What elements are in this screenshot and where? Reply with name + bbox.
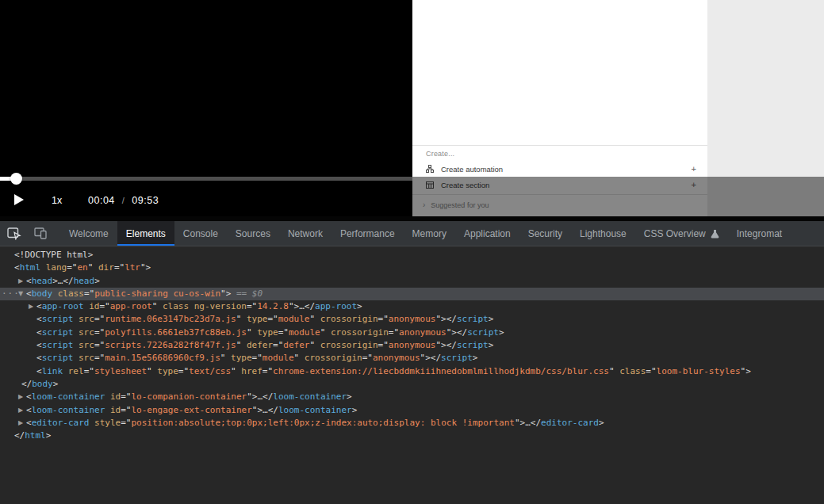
collapse-arrow-icon[interactable]: ▼ [16,288,25,300]
tab-label: Integromat [737,228,782,239]
video-progress-bar[interactable] [0,177,412,181]
dom-node-selected[interactable]: ···▼<body class="public-sharing cu-os-wi… [0,288,824,300]
dom-node[interactable]: ▶<app-root id="app-root" class ng-versio… [0,300,824,313]
tab-console[interactable]: Console [174,221,227,246]
tab-label: Console [183,228,218,239]
tab-welcome[interactable]: Welcome [60,221,117,246]
tab-label: Sources [236,228,270,239]
playback-speed-button[interactable]: 1x [52,195,62,206]
tab-network[interactable]: Network [279,221,332,246]
tab-label: Elements [126,228,166,239]
devtools-toolbar: WelcomeElementsConsoleSourcesNetworkPerf… [0,221,824,246]
current-time: 00:04 [88,195,115,206]
elements-dom-tree: <!DOCTYPE html><html lang="en" dir="ltr"… [0,246,824,504]
tab-label: Security [528,228,562,239]
expand-arrow-icon[interactable]: ▶ [16,275,25,288]
progress-thumb[interactable] [10,173,22,185]
progress-played [0,177,11,181]
menu-item-label: Create automation [441,165,503,174]
divider [412,145,707,146]
dom-node[interactable]: <html lang="en" dir="ltr"> [0,262,824,274]
dom-node[interactable]: ▶<head>…</head> [0,275,824,288]
devtools-panel: WelcomeElementsConsoleSourcesNetworkPerf… [0,216,824,504]
expand-arrow-icon[interactable]: ▶ [16,417,25,430]
video-time: 00:04/09:53 [88,195,159,206]
menu-item-create-automation[interactable]: Create automation+ [412,162,707,176]
dom-node[interactable]: <script src="main.15e56686960cf9.js" typ… [0,352,824,365]
tab-integromat[interactable]: Integromat [728,221,791,246]
tab-lighthouse[interactable]: Lighthouse [571,221,635,246]
tab-elements[interactable]: Elements [117,221,174,246]
create-header: Create... [426,150,454,158]
inspect-icon[interactable] [6,221,23,246]
tab-label: CSS Overview [644,228,706,239]
dom-node[interactable]: <script src="scripts.7226a282f8f47f.js" … [0,339,824,352]
duration: 09:53 [132,195,159,206]
play-icon[interactable] [14,194,24,205]
dom-node[interactable]: <!DOCTYPE html> [0,249,824,262]
dom-node[interactable]: ▶<loom-container id="lo-companion-contai… [0,391,824,403]
tab-performance[interactable]: Performance [332,221,404,246]
devtools-tabs: WelcomeElementsConsoleSourcesNetworkPerf… [60,221,791,246]
tab-memory[interactable]: Memory [404,221,455,246]
tab-label: Welcome [69,228,109,239]
dom-node[interactable]: </body> [0,378,824,391]
tab-sources[interactable]: Sources [227,221,279,246]
dom-node[interactable]: <script src="runtime.06e3147bc23d7a.js" … [0,313,824,326]
expand-arrow-icon[interactable]: ▶ [16,391,25,403]
time-separator: / [122,196,125,205]
tab-security[interactable]: Security [519,221,571,246]
dom-node[interactable]: ▶<loom-container id="lo-engage-ext-conta… [0,404,824,417]
tab-label: Memory [412,228,446,239]
device-toolbar-icon[interactable] [32,221,49,246]
tab-label: Network [288,228,323,239]
dom-node[interactable]: ▶<editor-card style="position:absolute;t… [0,417,824,430]
tab-label: Application [464,228,511,239]
dom-node[interactable]: <link rel="stylesheet" type="text/css" h… [0,365,824,378]
expand-arrow-icon[interactable]: ▶ [26,300,36,313]
tab-label: Lighthouse [580,228,627,239]
plus-icon[interactable]: + [692,164,696,174]
dom-node[interactable]: </html> [0,430,824,442]
automation-icon [426,165,434,173]
tab-application[interactable]: Application [455,221,519,246]
beaker-icon [711,229,719,239]
expand-arrow-icon[interactable]: ▶ [16,404,25,417]
video-player: Create... Create automation+Create secti… [0,0,824,216]
dom-node[interactable]: <script src="polyfills.6661eb37fc88eb.js… [0,326,824,339]
tab-label: Performance [340,228,395,239]
tab-css-overview[interactable]: CSS Overview [635,221,728,246]
